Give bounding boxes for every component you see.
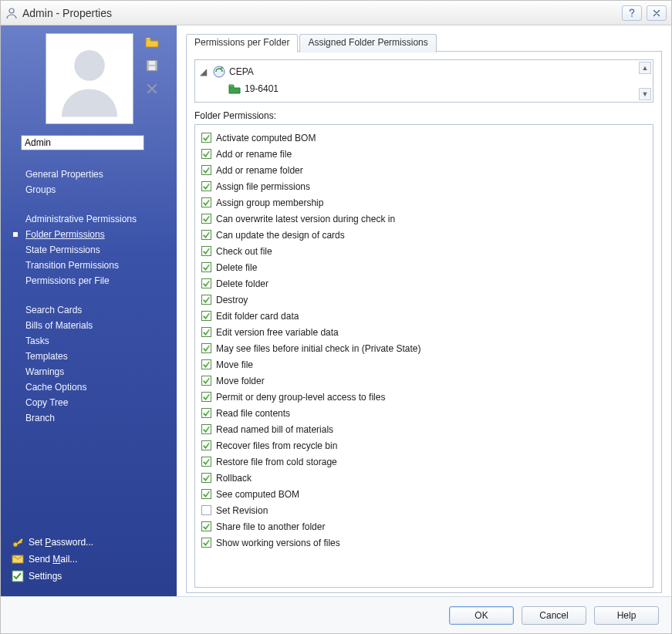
permission-checkbox[interactable] xyxy=(201,392,211,402)
scroll-up-button[interactable]: ▲ xyxy=(639,62,651,74)
sidebar-item-state-permissions[interactable]: State Permissions xyxy=(25,244,171,255)
permission-checkbox[interactable] xyxy=(201,197,211,207)
sidebar: General PropertiesGroupsAdministrative P… xyxy=(1,25,177,596)
permission-row[interactable]: Restore file from cold storage xyxy=(201,454,647,470)
user-name-input[interactable] xyxy=(21,135,144,150)
send-mail-label: Send Mail... xyxy=(29,554,77,565)
sidebar-item-warnings[interactable]: Warnings xyxy=(25,366,171,377)
permission-checkbox[interactable] xyxy=(201,408,211,418)
permission-checkbox[interactable] xyxy=(201,489,211,499)
permission-checkbox[interactable] xyxy=(201,327,211,337)
permission-row[interactable]: Recover files from recycle bin xyxy=(201,437,647,454)
permission-label: Recover files from recycle bin xyxy=(216,440,337,451)
permission-checkbox[interactable] xyxy=(201,149,211,159)
ok-button[interactable]: OK xyxy=(449,606,514,625)
permission-label: Delete folder xyxy=(216,278,268,289)
sidebar-item-templates[interactable]: Templates xyxy=(25,351,171,362)
permission-checkbox[interactable] xyxy=(201,343,211,353)
sidebar-item-branch[interactable]: Branch xyxy=(25,413,171,423)
permission-checkbox[interactable] xyxy=(201,359,211,369)
sidebar-item-groups[interactable]: Groups xyxy=(25,184,171,195)
permission-checkbox[interactable] xyxy=(201,505,211,515)
permission-checkbox[interactable] xyxy=(201,133,211,143)
permission-row[interactable]: Delete folder xyxy=(201,275,647,292)
settings-action[interactable]: Settings xyxy=(12,570,171,582)
sidebar-item-general-properties[interactable]: General Properties xyxy=(25,169,171,180)
help-button-footer[interactable]: Help xyxy=(594,606,659,625)
expander-icon[interactable]: ◢ xyxy=(200,66,209,77)
permission-row[interactable]: Edit folder card data xyxy=(201,308,647,324)
permission-row[interactable]: Permit or deny group-level access to fil… xyxy=(201,389,647,405)
sidebar-item-tasks[interactable]: Tasks xyxy=(25,336,171,346)
open-folder-icon[interactable] xyxy=(144,35,160,50)
permissions-list[interactable]: Activate computed BOMAdd or rename fileA… xyxy=(194,124,653,588)
permission-row[interactable]: Destroy xyxy=(201,292,647,308)
sidebar-item-folder-permissions[interactable]: Folder Permissions xyxy=(25,229,171,240)
permission-row[interactable]: Edit version free variable data xyxy=(201,324,647,340)
permission-checkbox[interactable] xyxy=(201,181,211,191)
permission-checkbox[interactable] xyxy=(201,538,211,548)
sidebar-item-copy-tree[interactable]: Copy Tree xyxy=(25,397,171,408)
permission-row[interactable]: Rollback xyxy=(201,470,647,486)
permission-row[interactable]: Add or rename file xyxy=(201,146,647,162)
permission-checkbox[interactable] xyxy=(201,262,211,272)
permission-checkbox[interactable] xyxy=(201,311,211,321)
sidebar-item-bills-of-materials[interactable]: Bills of Materials xyxy=(25,320,171,331)
tree-root-row[interactable]: ◢ CEPA xyxy=(200,63,648,80)
save-icon[interactable] xyxy=(144,58,160,73)
permission-checkbox[interactable] xyxy=(201,295,211,305)
tree-child-row[interactable]: 19-6401 xyxy=(228,80,648,97)
sidebar-item-search-cards[interactable]: Search Cards xyxy=(25,305,171,315)
permission-checkbox[interactable] xyxy=(201,457,211,467)
folder-tree[interactable]: ◢ CEPA 19-6401 ▲ ▼ xyxy=(194,59,653,103)
permission-row[interactable]: Read named bill of materials xyxy=(201,421,647,437)
scroll-down-button[interactable]: ▼ xyxy=(639,88,651,100)
tree-scrollbar[interactable]: ▲ ▼ xyxy=(639,62,651,100)
tab-permissions-per-folder[interactable]: Permissions per Folder xyxy=(186,34,298,52)
permission-row[interactable]: Read file contents xyxy=(201,405,647,421)
permission-row[interactable]: Move folder xyxy=(201,373,647,389)
permission-label: Share file to another folder xyxy=(216,521,325,532)
permission-checkbox[interactable] xyxy=(201,424,211,434)
permission-row[interactable]: Add or rename folder xyxy=(201,162,647,178)
close-button[interactable] xyxy=(647,5,667,21)
permission-checkbox[interactable] xyxy=(201,376,211,386)
permission-row[interactable]: See computed BOM xyxy=(201,486,647,502)
sidebar-item-administrative-permissions[interactable]: Administrative Permissions xyxy=(25,214,171,224)
key-icon xyxy=(12,536,24,548)
permission-checkbox[interactable] xyxy=(201,521,211,531)
sidebar-item-permissions-per-file[interactable]: Permissions per File xyxy=(25,275,171,286)
permission-checkbox[interactable] xyxy=(201,214,211,224)
svg-rect-5 xyxy=(149,66,155,70)
delete-icon[interactable] xyxy=(144,81,160,96)
permission-label: Add or rename folder xyxy=(216,165,303,176)
permission-row[interactable]: Move file xyxy=(201,356,647,373)
tab-assigned-folder-permissions[interactable]: Assigned Folder Permissions xyxy=(299,34,436,52)
permission-label: Add or rename file xyxy=(216,149,292,160)
permission-row[interactable]: Can overwrite latest version during chec… xyxy=(201,211,647,227)
cancel-button[interactable]: Cancel xyxy=(522,606,586,625)
permission-checkbox[interactable] xyxy=(201,165,211,175)
permission-checkbox[interactable] xyxy=(201,473,211,483)
permission-row[interactable]: Activate computed BOM xyxy=(201,130,647,146)
permission-row[interactable]: Delete file xyxy=(201,259,647,275)
permission-checkbox[interactable] xyxy=(201,440,211,450)
help-button[interactable] xyxy=(622,5,642,21)
permission-row[interactable]: Share file to another folder xyxy=(201,518,647,535)
sidebar-item-cache-options[interactable]: Cache Options xyxy=(25,382,171,393)
permission-row[interactable]: Check out file xyxy=(201,243,647,259)
permission-checkbox[interactable] xyxy=(201,230,211,240)
permission-row[interactable]: Assign group membership xyxy=(201,194,647,211)
send-mail-action[interactable]: Send Mail... xyxy=(12,553,171,565)
permission-row[interactable]: Can update the design of cards xyxy=(201,227,647,243)
permission-checkbox[interactable] xyxy=(201,246,211,256)
permission-row[interactable]: May see files before initial check in (P… xyxy=(201,340,647,356)
permission-row[interactable]: Set Revision xyxy=(201,502,647,518)
sidebar-item-transition-permissions[interactable]: Transition Permissions xyxy=(25,260,171,271)
permission-checkbox[interactable] xyxy=(201,278,211,288)
permission-row[interactable]: Assign file permissions xyxy=(201,178,647,194)
titlebar: Admin - Properties xyxy=(1,1,671,25)
permission-row[interactable]: Show working versions of files xyxy=(201,535,647,551)
set-password-action[interactable]: Set Password... xyxy=(12,536,171,548)
permission-label: Read named bill of materials xyxy=(216,424,333,435)
